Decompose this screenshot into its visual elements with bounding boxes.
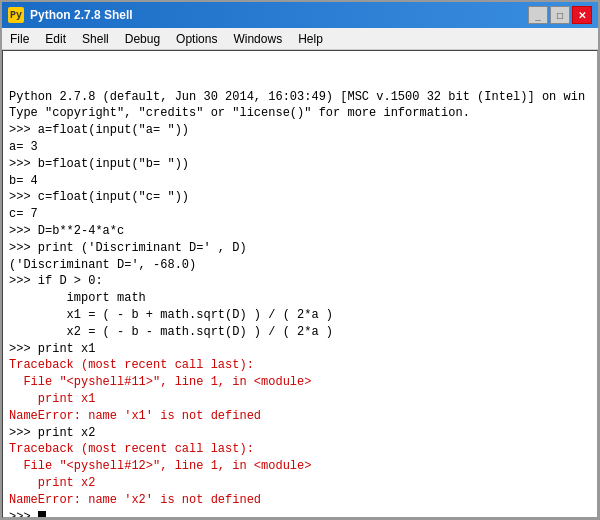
shell-line: >>> b=float(input("b= ")) [9,156,591,173]
window-title: Python 2.7.8 Shell [30,8,133,22]
shell-line: print x2 [9,475,591,492]
title-bar-left: Py Python 2.7.8 Shell [8,7,133,23]
shell-line: >>> print ('Discriminant D=' , D) [9,240,591,257]
shell-line: >>> print x1 [9,341,591,358]
shell-line: x1 = ( - b + math.sqrt(D) ) / ( 2*a ) [9,307,591,324]
python-icon: Py [8,7,24,23]
menu-item-edit[interactable]: Edit [37,30,74,47]
shell-line: import math [9,290,591,307]
menu-item-file[interactable]: File [2,30,37,47]
menu-item-options[interactable]: Options [168,30,225,47]
window-controls: _ □ ✕ [528,6,592,24]
menu-item-help[interactable]: Help [290,30,331,47]
main-window: Py Python 2.7.8 Shell _ □ ✕ FileEditShel… [0,0,600,520]
minimize-button[interactable]: _ [528,6,548,24]
shell-line: >>> [9,509,591,518]
shell-line: Python 2.7.8 (default, Jun 30 2014, 16:0… [9,89,591,106]
shell-line: b= 4 [9,173,591,190]
shell-line: Traceback (most recent call last): [9,441,591,458]
shell-line: Type "copyright", "credits" or "license(… [9,105,591,122]
maximize-button[interactable]: □ [550,6,570,24]
shell-output[interactable]: Python 2.7.8 (default, Jun 30 2014, 16:0… [2,50,598,518]
shell-line: c= 7 [9,206,591,223]
menu-item-debug[interactable]: Debug [117,30,168,47]
close-button[interactable]: ✕ [572,6,592,24]
shell-line: ('Discriminant D=', -68.0) [9,257,591,274]
menu-item-windows[interactable]: Windows [225,30,290,47]
shell-line: File "<pyshell#12>", line 1, in <module> [9,458,591,475]
shell-line: File "<pyshell#11>", line 1, in <module> [9,374,591,391]
shell-line: a= 3 [9,139,591,156]
shell-line: x2 = ( - b - math.sqrt(D) ) / ( 2*a ) [9,324,591,341]
shell-line: >>> D=b**2-4*a*c [9,223,591,240]
shell-line: NameError: name 'x1' is not defined [9,408,591,425]
shell-line: >>> a=float(input("a= ")) [9,122,591,139]
shell-line: >>> c=float(input("c= ")) [9,189,591,206]
title-bar: Py Python 2.7.8 Shell _ □ ✕ [2,2,598,28]
cursor [38,511,46,518]
menu-item-shell[interactable]: Shell [74,30,117,47]
shell-line: print x1 [9,391,591,408]
shell-line: >>> if D > 0: [9,273,591,290]
menu-bar: FileEditShellDebugOptionsWindowsHelp [2,28,598,50]
shell-line: NameError: name 'x2' is not defined [9,492,591,509]
shell-line: >>> print x2 [9,425,591,442]
shell-line: Traceback (most recent call last): [9,357,591,374]
